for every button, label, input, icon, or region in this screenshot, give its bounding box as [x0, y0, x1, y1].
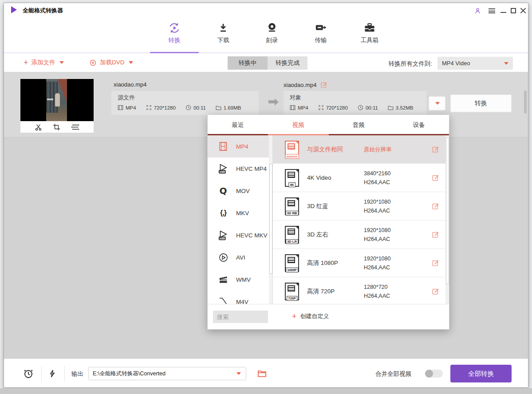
target-filename-row: xiaodao.mp4	[284, 81, 327, 88]
scrollbar-thumb[interactable]	[446, 138, 449, 284]
preset-list: source 与源文件相同 原始分辨率 4K 4K Video	[272, 135, 449, 304]
load-dvd-label: 加载DVD	[100, 59, 125, 67]
edit-icon[interactable]	[432, 288, 439, 295]
720p-doc-icon: 720P	[285, 283, 299, 300]
popup-tab-device[interactable]: 设备	[389, 115, 449, 135]
minimize-button[interactable]	[499, 7, 507, 15]
tab-converted[interactable]: 转换完成	[268, 56, 307, 70]
title-bar: 全能格式转换器	[4, 3, 528, 16]
tab-download[interactable]: 下载	[199, 21, 248, 44]
schedule-button[interactable]	[23, 368, 34, 379]
add-files-button[interactable]: + 添加文件	[24, 59, 64, 67]
duration-info: 00:11	[185, 105, 206, 110]
edit-icon[interactable]	[432, 202, 439, 210]
format-item-mov[interactable]: Q MOV	[208, 180, 272, 202]
plus-icon: +	[292, 313, 297, 319]
hardware-accel-button[interactable]	[47, 368, 58, 379]
format-info: MP4	[290, 105, 308, 110]
alarm-clock-icon	[23, 368, 34, 379]
popup-tab-video[interactable]: 视频	[268, 115, 328, 135]
account-icon[interactable]	[473, 7, 481, 15]
target-info-panel: 对象 MP4 720*1280	[284, 91, 426, 115]
output-format-dropdown[interactable]: MP4 Video	[437, 57, 513, 70]
divider	[41, 366, 42, 381]
convert-all-button[interactable]: 全部转换	[450, 365, 512, 382]
folder-icon	[216, 105, 221, 110]
tab-convert[interactable]: 转换	[150, 21, 199, 44]
svg-text:HEVC: HEVC	[219, 237, 225, 240]
maximize-button[interactable]	[509, 7, 517, 15]
edit-icon[interactable]	[432, 146, 439, 153]
format-label: MOV	[236, 188, 250, 194]
scissors-icon[interactable]	[34, 123, 43, 131]
open-folder-button[interactable]	[256, 367, 268, 379]
preset-row-1080p[interactable]: 1080P 高清 1080P 1920*1080H264,AAC	[272, 249, 449, 277]
edit-icon[interactable]	[432, 174, 439, 181]
format-picker-popup: 最近 视频 音频 设备 MP4	[207, 114, 449, 330]
format-list: MP4 HEVC HEVC MP4 Q MOV	[208, 135, 272, 304]
preset-row-720p[interactable]: 720P 高清 720P 1280*720H264,AAC	[272, 277, 449, 304]
merge-videos-toggle[interactable]	[425, 370, 443, 378]
close-button[interactable]	[519, 7, 527, 15]
format-item-hevc-mkv[interactable]: HEVC HEVC MKV	[208, 224, 272, 246]
format-info: MP4	[118, 105, 136, 110]
format-list-scrollbar[interactable]	[269, 135, 272, 304]
tab-burn[interactable]: 刻录	[248, 21, 296, 44]
create-custom-button[interactable]: + 创建自定义	[292, 312, 329, 320]
resolution-info: 720*1280	[318, 105, 348, 110]
scrollbar-thumb[interactable]	[269, 164, 272, 274]
convert-button[interactable]: 转换	[450, 95, 512, 112]
tab-transfer-label: 传输	[296, 36, 345, 44]
tab-transfer[interactable]: 传输	[296, 21, 345, 44]
format-item-hevc-mp4[interactable]: HEVC HEVC MP4	[208, 158, 272, 180]
sliders-icon[interactable]	[71, 122, 80, 132]
convert-all-to-label: 转换所有文件到:	[389, 60, 432, 68]
edit-icon[interactable]	[432, 259, 439, 267]
status-segment: 转换中 转换完成	[228, 56, 307, 70]
3d-rb-doc-icon: 3D RB	[285, 197, 299, 215]
menu-icon[interactable]	[488, 7, 496, 15]
caret-down-icon	[129, 61, 133, 64]
output-path-input[interactable]	[88, 367, 246, 380]
disc-icon	[89, 59, 97, 67]
output-label: 输出	[71, 370, 83, 378]
target-format-dropdown-button[interactable]	[429, 96, 445, 110]
resize-icon	[318, 105, 324, 110]
resize-icon	[146, 105, 152, 110]
caret-down-icon[interactable]	[236, 372, 241, 375]
popup-tab-audio[interactable]: 音频	[328, 115, 389, 135]
tab-convert-label: 转换	[150, 36, 199, 44]
search-input[interactable]	[213, 311, 268, 323]
source-info-panel: 源文件 MP4 720*1280	[111, 91, 259, 115]
preset-row-same-as-source[interactable]: source 与源文件相同 原始分辨率	[272, 135, 449, 164]
edit-icon[interactable]	[432, 231, 439, 238]
4k-doc-icon: 4K	[285, 169, 299, 187]
app-window: 全能格式转换器	[4, 3, 528, 388]
preset-row-4k[interactable]: 4K 4K Video 3840*2160H264,AAC	[272, 164, 449, 192]
format-item-avi[interactable]: AVI	[208, 246, 272, 268]
preset-row-3d-rb[interactable]: 3D RB 3D 红蓝 1920*1080H264,AAC	[272, 192, 449, 221]
preset-list-scrollbar[interactable]	[445, 135, 449, 304]
format-item-m4v[interactable]: M4V	[208, 291, 272, 304]
format-label: HEVC MP4	[236, 165, 267, 172]
crop-icon[interactable]	[52, 123, 61, 131]
clock-icon	[185, 105, 191, 110]
scrollbar-thumb[interactable]	[524, 91, 527, 114]
app-logo-icon	[11, 6, 17, 13]
format-label: MP4	[236, 143, 248, 150]
tab-converting[interactable]: 转换中	[228, 56, 268, 70]
format-label: M4V	[236, 299, 248, 304]
load-dvd-button[interactable]: 加载DVD	[89, 59, 133, 67]
edit-icon[interactable]	[320, 81, 327, 88]
format-item-wmv[interactable]: WMV	[208, 268, 272, 291]
format-item-mkv[interactable]: {,} MKV	[208, 202, 272, 224]
tab-toolbox[interactable]: 工具箱	[345, 21, 394, 44]
preset-row-3d-lr[interactable]: 3D LR 3D 左右 1920*1080H264,AAC	[272, 221, 449, 249]
popup-tab-recent[interactable]: 最近	[208, 115, 268, 135]
size-info: 3.52MB	[388, 105, 414, 110]
caret-down-icon	[504, 62, 508, 65]
merge-videos-label: 合并全部视频	[375, 370, 411, 378]
tab-burn-label: 刻录	[248, 36, 296, 44]
braces-icon: {,}	[217, 207, 229, 219]
format-item-mp4[interactable]: MP4	[208, 135, 272, 158]
